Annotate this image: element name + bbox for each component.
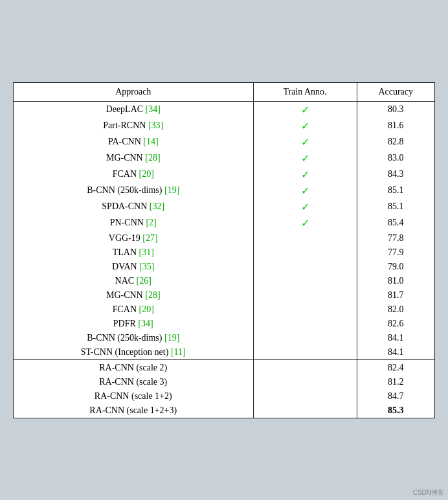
train-check-cell (253, 245, 357, 260)
train-check-cell (253, 260, 357, 274)
train-check-cell (253, 359, 357, 375)
accuracy-cell: 80.3 (357, 101, 434, 118)
table-row: VGG-19 [27]77.8 (14, 231, 434, 245)
table-row: RA-CNN (scale 1+2)84.7 (14, 389, 434, 403)
accuracy-cell: 81.2 (357, 375, 434, 389)
train-check-cell: ✓ (253, 215, 357, 231)
table-row: FCAN [20]✓84.3 (14, 166, 434, 183)
table-row: Part-RCNN [33]✓81.6 (14, 118, 434, 134)
table-row: SPDA-CNN [32]✓85.1 (14, 199, 434, 215)
train-check-cell (253, 345, 357, 360)
approach-cell: TLAN [31] (14, 245, 253, 260)
table-row: ST-CNN (Inception net) [11]84.1 (14, 345, 434, 360)
train-check-cell (253, 302, 357, 317)
train-check-cell: ✓ (253, 199, 357, 215)
accuracy-cell: 85.1 (357, 199, 434, 215)
approach-cell: B-CNN (250k-dims) [19] (14, 331, 253, 345)
accuracy-cell: 82.6 (357, 317, 434, 331)
table-row: B-CNN (250k-dims) [19]✓85.1 (14, 183, 434, 199)
approach-cell: RA-CNN (scale 3) (14, 375, 253, 389)
table-row: TLAN [31]77.9 (14, 245, 434, 260)
approach-cell: MG-CNN [28] (14, 150, 253, 166)
approach-cell: PA-CNN [14] (14, 134, 253, 150)
approach-cell: Part-RCNN [33] (14, 118, 253, 134)
train-check-cell (253, 331, 357, 345)
table-row: PA-CNN [14]✓82.8 (14, 134, 434, 150)
approach-cell: SPDA-CNN [32] (14, 199, 253, 215)
accuracy-cell: 84.1 (357, 331, 434, 345)
train-check-cell: ✓ (253, 118, 357, 134)
approach-cell: ST-CNN (Inception net) [11] (14, 345, 253, 360)
approach-cell: PDFR [34] (14, 317, 253, 331)
table-row: MG-CNN [28]✓83.0 (14, 150, 434, 166)
train-check-cell (253, 317, 357, 331)
approach-cell: PN-CNN [2] (14, 215, 253, 231)
table-row: RA-CNN (scale 3)81.2 (14, 375, 434, 389)
approach-cell: FCAN [20] (14, 166, 253, 183)
table-row: NAC [26]81.0 (14, 274, 434, 288)
accuracy-cell: 83.0 (357, 150, 434, 166)
accuracy-cell: 77.9 (357, 245, 434, 260)
train-check-cell (253, 389, 357, 403)
approach-cell: FCAN [20] (14, 302, 253, 317)
approach-cell: DeepLAC [34] (14, 101, 253, 118)
table-row: MG-CNN [28]81.7 (14, 288, 434, 302)
accuracy-cell: 85.3 (357, 403, 434, 418)
accuracy-cell: 82.0 (357, 302, 434, 317)
approach-cell: RA-CNN (scale 2) (14, 359, 253, 375)
watermark: CSDN博客 (413, 488, 444, 497)
table-row: RA-CNN (scale 2)82.4 (14, 359, 434, 375)
accuracy-cell: 82.8 (357, 134, 434, 150)
approach-cell: RA-CNN (scale 1+2) (14, 389, 253, 403)
approach-cell: VGG-19 [27] (14, 231, 253, 245)
train-check-cell (253, 231, 357, 245)
train-check-cell (253, 403, 357, 418)
accuracy-cell: 79.0 (357, 260, 434, 274)
accuracy-cell: 77.8 (357, 231, 434, 245)
approach-cell: RA-CNN (scale 1+2+3) (14, 403, 253, 418)
table-row: RA-CNN (scale 1+2+3)85.3 (14, 403, 434, 418)
accuracy-cell: 85.1 (357, 183, 434, 199)
train-check-cell (253, 288, 357, 302)
approach-cell: MG-CNN [28] (14, 288, 253, 302)
accuracy-cell: 84.1 (357, 345, 434, 360)
approach-cell: NAC [26] (14, 274, 253, 288)
train-check-cell: ✓ (253, 134, 357, 150)
approach-cell: DVAN [35] (14, 260, 253, 274)
table-row: DeepLAC [34]✓80.3 (14, 101, 434, 118)
accuracy-cell: 81.6 (357, 118, 434, 134)
table-row: FCAN [20]82.0 (14, 302, 434, 317)
comparison-table: Approach Train Anno. Accuracy DeepLAC [3… (13, 82, 435, 418)
train-check-cell: ✓ (253, 183, 357, 199)
train-anno-header: Train Anno. (253, 83, 357, 102)
accuracy-cell: 85.4 (357, 215, 434, 231)
accuracy-cell: 84.3 (357, 166, 434, 183)
table-row: DVAN [35]79.0 (14, 260, 434, 274)
accuracy-header: Accuracy (357, 83, 434, 102)
train-check-cell: ✓ (253, 150, 357, 166)
train-check-cell (253, 375, 357, 389)
train-check-cell: ✓ (253, 101, 357, 118)
accuracy-cell: 81.0 (357, 274, 434, 288)
accuracy-cell: 84.7 (357, 389, 434, 403)
train-check-cell (253, 274, 357, 288)
table-row: B-CNN (250k-dims) [19]84.1 (14, 331, 434, 345)
table-row: PDFR [34]82.6 (14, 317, 434, 331)
table-row: PN-CNN [2]✓85.4 (14, 215, 434, 231)
train-check-cell: ✓ (253, 166, 357, 183)
accuracy-cell: 82.4 (357, 359, 434, 375)
approach-header: Approach (14, 83, 253, 102)
accuracy-cell: 81.7 (357, 288, 434, 302)
approach-cell: B-CNN (250k-dims) [19] (14, 183, 253, 199)
